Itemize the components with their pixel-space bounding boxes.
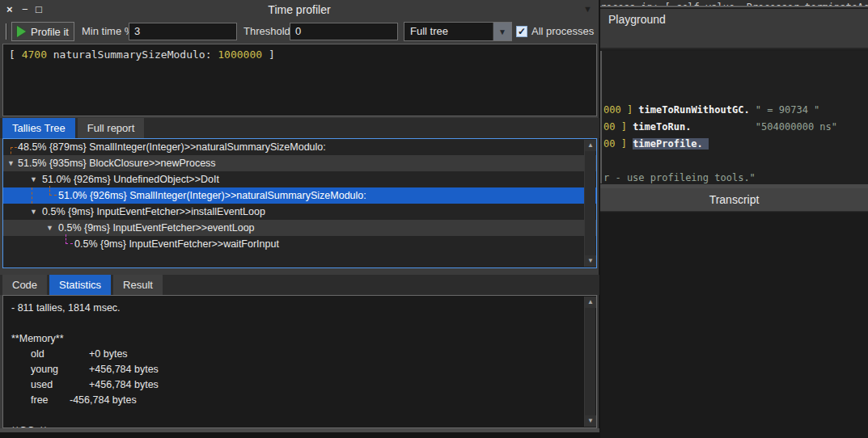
tree-elbow-connector [66, 234, 73, 244]
statistics-line: **Memory** [11, 331, 596, 347]
code-line [603, 153, 868, 170]
statistics-text: - 811 tallies, 1814 msec.**Memory** old … [11, 301, 596, 428]
code-comment: r - use profileing tools." [603, 172, 756, 183]
tree-elbow-connector [49, 186, 57, 196]
statistics-line: used +456,784 bytes [11, 377, 596, 393]
code-token: timeProfile. [633, 138, 709, 150]
profiled-code-editor[interactable]: [ 4700 naturalSummarySizeModulo: 1000000… [2, 44, 597, 116]
code-token: 1000000 [218, 48, 262, 61]
scroll-down-icon[interactable]: ▼ [585, 415, 596, 427]
minimize-icon[interactable]: − [22, 0, 28, 19]
scroll-up-icon[interactable]: ▲ [585, 140, 596, 151]
threshold-input[interactable]: 0 [290, 23, 398, 40]
expander-icon[interactable]: ▼ [7, 155, 15, 171]
scroll-up-icon[interactable]: ▲ [585, 297, 596, 308]
background-windows: rocess in: [ self value. Processor termi… [600, 0, 868, 438]
statistics-line: - 811 tallies, 1814 msec. [11, 301, 596, 316]
code-token [691, 121, 755, 133]
code-token: 00 ] [603, 121, 633, 133]
transcript-content[interactable] [600, 213, 868, 438]
tab-result[interactable]: Result [113, 275, 163, 295]
playground-editor[interactable]: 000 ] timeToRunWithoutGC. " = 90734 "00 … [600, 51, 868, 183]
playground-title: Playground [600, 9, 868, 26]
statistics-panel[interactable]: - 811 tallies, 1814 msec.**Memory** old … [2, 295, 597, 428]
dropdown-button[interactable]: ▼ [493, 23, 511, 40]
time-profiler-window: × − □ Time profiler ▼ Profile it Min tim… [0, 0, 599, 432]
code-token: ] [262, 48, 275, 61]
tree-row-label: 0.5% {9ms} InputEventFetcher>>eventLoop [3, 222, 255, 234]
detail-tabs: CodeStatisticsResult [0, 275, 599, 295]
statistics-line [11, 408, 596, 423]
tree-row[interactable]: ▼0.5% {9ms} InputEventFetcher>>installEv… [3, 204, 596, 220]
tree-scrollbar[interactable]: ▲ ▼ [584, 140, 595, 267]
tree-row-label: 51.0% {926ms} SmallInteger(Integer)>>nat… [3, 190, 366, 201]
expander-icon[interactable]: ▼ [46, 220, 53, 236]
code-line: 00 ] timeProfile. [603, 136, 868, 153]
code-line: 00 ] timeToRun. "504000000 ns" [603, 119, 868, 136]
tab-statistics[interactable]: Statistics [49, 275, 111, 295]
title-bar[interactable]: × − □ Time profiler ▼ [0, 0, 599, 19]
code-token: [ [9, 48, 22, 61]
all-processes-checkbox[interactable]: ✓ [516, 26, 527, 37]
code-token: timeToRun. [633, 121, 691, 133]
playground-title-bar[interactable]: Playground [600, 9, 868, 49]
tree-mode-dropdown[interactable]: Full tree ▼ [404, 22, 512, 41]
statistics-line: old +0 bytes [11, 347, 596, 362]
tab-full-report[interactable]: Full report [78, 118, 145, 138]
threshold-label: Threshold: [243, 19, 293, 44]
window-menu-icon[interactable]: ▼ [583, 0, 592, 18]
window-title: Time profiler [0, 0, 599, 19]
profile-it-label: Profile it [31, 26, 69, 38]
transcript-title-bar[interactable]: Transcript [600, 188, 868, 212]
toolbar-grip[interactable] [6, 23, 7, 40]
expander-icon[interactable]: ▼ [30, 171, 37, 187]
play-icon [17, 26, 26, 37]
tree-row[interactable]: 51.0% {926ms} SmallInteger(Integer)>>nat… [3, 187, 596, 204]
tree-row-label: 51.5% {935ms} BlockClosure>>newProcess [3, 158, 216, 169]
profile-it-button[interactable]: Profile it [11, 22, 74, 41]
statistics-line [11, 316, 596, 331]
window-bottom-edge[interactable] [0, 428, 599, 432]
tree-mode-value: Full tree [404, 23, 493, 40]
tree-row-label: 48.5% {879ms} SmallInteger(Integer)>>nat… [3, 141, 326, 153]
code-comment: "504000000 ns" [756, 121, 837, 133]
code-token: naturalSummarySizeModulo: [47, 48, 218, 61]
expander-icon[interactable]: ▼ [30, 204, 37, 220]
scroll-down-icon[interactable]: ▼ [585, 255, 596, 267]
code-line: r - use profileing tools." [603, 170, 868, 183]
tree-connector-line [32, 187, 32, 204]
chevron-down-icon: ▼ [498, 27, 506, 36]
min-time-input[interactable]: 3 [129, 23, 237, 40]
toolbar: Profile it Min time % 3 Threshold: 0 Ful… [0, 19, 599, 44]
tab-tallies-tree[interactable]: Tallies Tree [2, 118, 75, 138]
tallies-tree[interactable]: 48.5% {879ms} SmallInteger(Integer)>>nat… [2, 138, 597, 268]
code-token: 4700 [22, 48, 47, 61]
close-icon[interactable]: × [6, 0, 13, 19]
statistics-line: young +456,784 bytes [11, 362, 596, 377]
code-token: 000 ] [603, 104, 638, 116]
statistics-line: free -456,784 bytes [11, 393, 596, 408]
all-processes-label: All processes [531, 19, 594, 44]
tree-row[interactable]: ▼51.0% {926ms} UndefinedObject>>DoIt [3, 171, 596, 187]
code-token: 00 ] [603, 138, 633, 150]
tree-row[interactable]: ▼51.5% {935ms} BlockClosure>>newProcess [3, 155, 596, 171]
maximize-icon[interactable]: □ [36, 0, 42, 19]
tree-rows: 48.5% {879ms} SmallInteger(Integer)>>nat… [3, 139, 596, 252]
code-token: timeToRunWithoutGC. [638, 104, 756, 116]
tree-row[interactable]: 0.5% {9ms} InputEventFetcher>>waitForInp… [3, 236, 596, 252]
min-time-label: Min time % [82, 19, 133, 44]
code-comment: " = 90734 " [756, 104, 819, 116]
tree-row[interactable]: ▼0.5% {9ms} InputEventFetcher>>eventLoop [3, 220, 596, 236]
report-tabs: Tallies TreeFull report [0, 118, 599, 138]
desktop: × − □ Time profiler ▼ Profile it Min tim… [0, 0, 868, 438]
tab-code[interactable]: Code [2, 275, 47, 295]
transcript-title: Transcript [600, 188, 868, 212]
code-line: 000 ] timeToRunWithoutGC. " = 90734 " [603, 102, 868, 119]
clipped-code-line: rocess in: [ self value. Processor termi… [600, 0, 868, 7]
tree-row-label: 0.5% {9ms} InputEventFetcher>>waitForInp… [3, 238, 279, 250]
tree-row-label: 0.5% {9ms} InputEventFetcher>>installEve… [3, 206, 265, 217]
stats-scrollbar[interactable]: ▲ ▼ [584, 297, 595, 427]
tree-row[interactable]: 48.5% {879ms} SmallInteger(Integer)>>nat… [3, 139, 596, 155]
